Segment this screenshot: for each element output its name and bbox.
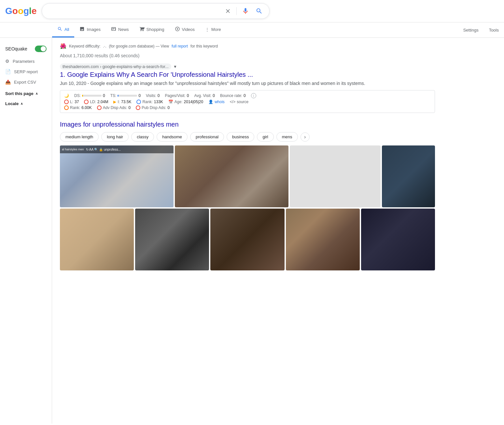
image-cell-8[interactable] (286, 209, 360, 270)
filter-chips: medium length long hair classy handsome … (60, 132, 435, 142)
info-icon[interactable]: i (251, 93, 256, 98)
dropdown-icon[interactable]: ▼ (173, 64, 177, 69)
gear-icon: ⚙ (5, 59, 9, 64)
keyword-icon: 🌺 (60, 43, 66, 49)
search-input[interactable]: unprofessional hairstyles men (47, 8, 219, 14)
voice-search-button[interactable] (241, 6, 250, 16)
search-icon (256, 7, 263, 15)
image-cell-4[interactable] (382, 145, 435, 207)
clear-button[interactable] (223, 7, 232, 16)
images-section: Images for unprofessional hairstyles men… (60, 121, 435, 270)
result-number: 1. (60, 71, 65, 78)
parameters-label: Parameters (13, 59, 35, 64)
ts-bar (118, 95, 137, 97)
image-cell-9[interactable] (361, 209, 435, 270)
chip-business[interactable]: business (227, 132, 254, 142)
search-button[interactable] (254, 6, 264, 16)
tools-link[interactable]: Tools (484, 24, 504, 36)
rank2-label: Rank: (70, 105, 80, 110)
search-bar[interactable]: unprofessional hairstyles men (42, 3, 270, 19)
ld-label: LD: (90, 100, 96, 104)
tab-news[interactable]: News (106, 22, 134, 37)
image-tab-icon (79, 26, 85, 33)
tab-shopping-label: Shopping (147, 27, 164, 32)
result-title[interactable]: 1. Google Explains Why A Search For 'Unp… (60, 71, 288, 78)
chevron-up-icon-2: ∧ (21, 102, 23, 105)
chip-classy[interactable]: classy (131, 132, 154, 142)
adv-label: Adv Disp Ads: (103, 105, 127, 110)
pub-label: Pub Disp Ads: (142, 105, 166, 110)
sort-label: Sort this page (5, 91, 34, 96)
chips-arrow-right[interactable]: › (301, 132, 310, 142)
chip-mens[interactable]: mens (276, 132, 298, 142)
result-snippet: Jun 10, 2020 - Google explains why an im… (60, 80, 435, 87)
sidebar-item-export[interactable]: 📤 Export CSV (0, 77, 52, 87)
locale-label: Locale (5, 101, 19, 106)
tab-news-label: News (118, 27, 129, 32)
age-value: 2014|05|20 (184, 100, 203, 104)
image-cell-2[interactable] (175, 145, 288, 207)
keyword-prefix: Keyword difficulty: (69, 44, 101, 48)
img-overlay-icons: ↻ AA 🔍 🔒 unprofess... (86, 148, 121, 151)
news-tab-icon (111, 26, 116, 33)
tab-all[interactable]: All (52, 22, 74, 37)
l-value: 37 (75, 100, 79, 104)
seo-row-1: 🌙 DS: 0 TS: 0 Visits: 0 (64, 93, 431, 98)
tab-more[interactable]: ⋮ More (200, 23, 226, 37)
keyword-dots: .·. (103, 44, 106, 48)
sidebar-item-parameters[interactable]: ⚙ Parameters (0, 56, 52, 66)
close-icon (225, 8, 231, 14)
chip-girl[interactable]: girl (257, 132, 273, 142)
ts-label: TS: (110, 93, 117, 98)
avg-label: Avg. Visit: (194, 93, 211, 98)
source-link[interactable]: source (237, 100, 248, 104)
sort-header[interactable]: Sort this page ∧ (5, 91, 47, 96)
avg-value: 0 (213, 93, 215, 98)
search-result-1: theshaderoom.com › google-explains-why-a… (60, 63, 435, 113)
main-content: 🌺 Keyword difficulty: .·. (for google.co… (52, 38, 443, 424)
adv-value: 0 (128, 105, 131, 110)
code-icon: </> (230, 100, 235, 104)
search-divider (236, 7, 237, 15)
chip-handsome[interactable]: handsome (157, 132, 188, 142)
export-label: Export CSV (14, 80, 36, 85)
rank2-circle (64, 105, 69, 110)
keyword-link-suffix: for this keyword (190, 44, 218, 48)
image-cell-5[interactable] (60, 209, 134, 270)
google-logo: Google (5, 6, 36, 16)
snippet-prefix: - Google explains why an image search fo… (88, 81, 177, 86)
settings-link[interactable]: Settings (458, 24, 484, 36)
search-tab-icon (57, 26, 63, 33)
image-cell-1[interactable]: al hairstyles men ↻ AA 🔍 🔒 unprofess... (60, 145, 174, 207)
sidebar-item-serp[interactable]: 📄 SERP report (0, 66, 52, 77)
bounce-label: Bounce rate: (220, 93, 242, 98)
tab-images[interactable]: Images (74, 22, 106, 37)
sidebar: SEOquake ⚙ Parameters 📄 SERP report 📤 Ex… (0, 38, 52, 424)
ds-value: 0 (103, 93, 105, 98)
snippet-date: Jun 10, 2020 (60, 81, 86, 86)
whois-link[interactable]: whois (215, 100, 225, 104)
rank-value: 133K (154, 100, 163, 104)
seo-row-3: Rank: 6.00K Adv Disp Ads: 0 Pub Disp Ads… (64, 105, 431, 110)
ld-circle (84, 100, 89, 104)
person-icon: 👤 (208, 100, 213, 104)
chip-medium-length[interactable]: medium length (60, 132, 99, 142)
tab-videos[interactable]: Videos (170, 22, 200, 37)
shopping-tab-icon (139, 26, 145, 33)
keyword-link[interactable]: full report (172, 44, 188, 48)
image-cell-7[interactable] (210, 209, 284, 270)
chip-professional[interactable]: professional (190, 132, 224, 142)
calendar-icon: 📅 (168, 100, 173, 104)
seoquake-toggle[interactable] (35, 46, 47, 52)
nav-tabs: All Images News Shopping Videos ⋮ More S… (0, 22, 504, 38)
video-tab-icon (175, 26, 180, 33)
tab-shopping[interactable]: Shopping (134, 22, 170, 37)
img-overlay-text: al hairstyles men (62, 148, 84, 151)
locale-header[interactable]: Locale ∧ (5, 101, 47, 106)
images-title[interactable]: Images for unprofessional hairstyles men (60, 121, 435, 128)
visits-value: 0 (158, 93, 160, 98)
seo-row-2: L: 37 LD: 2.04M ▶ I: 73.5K (64, 100, 431, 104)
image-cell-6[interactable] (135, 209, 209, 270)
chip-long-hair[interactable]: long hair (101, 132, 129, 142)
image-grid-bottom (60, 209, 435, 270)
